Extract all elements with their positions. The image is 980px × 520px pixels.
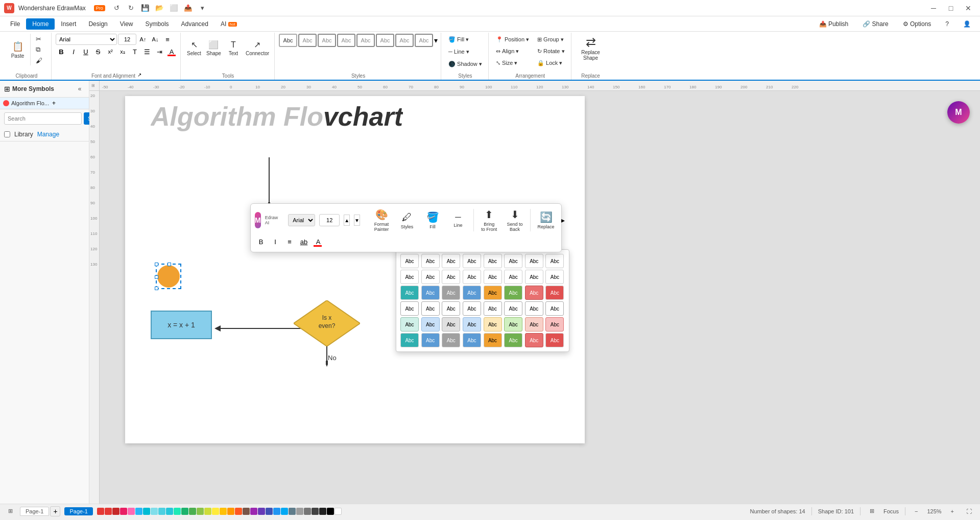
strikethrough-button[interactable]: S xyxy=(92,46,104,57)
font-size-input[interactable] xyxy=(118,34,136,45)
size-button[interactable]: ⤡ Size ▾ xyxy=(493,57,532,68)
color-pink[interactable] xyxy=(120,508,127,515)
color-nearblack[interactable] xyxy=(319,508,326,515)
color-teal[interactable] xyxy=(158,508,165,515)
color-skyblue[interactable] xyxy=(135,508,142,515)
text-align-button[interactable]: ≡ xyxy=(162,34,173,45)
menu-home[interactable]: Home xyxy=(26,18,55,30)
popup-italic-button[interactable]: I xyxy=(269,235,281,248)
active-page-tab[interactable]: Page-1 xyxy=(64,507,92,515)
handle-ml[interactable] xyxy=(155,275,158,279)
menu-ai[interactable]: AI hot xyxy=(214,18,243,30)
popup-font-size-input[interactable] xyxy=(319,214,340,226)
fit-to-screen-button[interactable]: ⊞ xyxy=(867,507,877,515)
text-style-button[interactable]: T xyxy=(129,46,140,57)
edrawai-badge[interactable]: M xyxy=(947,101,970,124)
more-button[interactable]: ▾ xyxy=(197,3,208,14)
color-deeppurple[interactable] xyxy=(258,508,265,515)
export-button[interactable]: 📤 xyxy=(183,3,194,14)
shape-button[interactable]: ⬜ Shape xyxy=(204,34,223,62)
account-button[interactable]: 👤 xyxy=(958,19,976,29)
swatch-r3c2[interactable]: Abc xyxy=(421,286,440,300)
popup-expand-button[interactable]: ▸ xyxy=(561,216,565,224)
font-family-select[interactable]: Arial xyxy=(56,34,117,45)
popup-size-up-button[interactable]: ▲ xyxy=(344,215,350,226)
popup-bring-front-button[interactable]: ⬆ Bringto Front xyxy=(478,208,500,232)
swatch-r1c2[interactable]: Abc xyxy=(421,254,440,268)
color-white[interactable] xyxy=(334,508,342,515)
menu-symbols[interactable]: Symbols xyxy=(139,18,175,30)
swatch-r5c7[interactable]: Abc xyxy=(525,317,543,332)
save-button[interactable]: 💾 xyxy=(140,3,151,14)
fill-button[interactable]: 🪣 Fill ▾ xyxy=(445,34,485,45)
text-tool-button[interactable]: T Text xyxy=(224,34,243,62)
template-button[interactable]: ⬜ xyxy=(169,3,180,14)
color-lightpink[interactable] xyxy=(128,508,135,515)
options-button[interactable]: ⚙ Options xyxy=(898,19,937,29)
underline-button[interactable]: U xyxy=(80,46,91,57)
style-swatch-2[interactable]: Abc xyxy=(298,34,317,47)
color-teal2[interactable] xyxy=(166,508,173,515)
menu-view[interactable]: View xyxy=(114,18,139,30)
help-button[interactable]: ? xyxy=(940,19,954,29)
swatch-r1c1[interactable]: Abc xyxy=(400,254,419,268)
superscript-button[interactable]: x² xyxy=(105,46,116,57)
swatch-r3c4[interactable]: Abc xyxy=(463,286,481,300)
swatch-r1c7[interactable]: Abc xyxy=(525,254,543,268)
swatch-r6c8[interactable]: Abc xyxy=(545,333,564,347)
style-swatch-5[interactable]: Abc xyxy=(356,34,375,47)
redo-button[interactable]: ↻ xyxy=(126,3,137,14)
menu-advanced[interactable]: Advanced xyxy=(175,18,214,30)
swatch-r1c8[interactable]: Abc xyxy=(545,254,564,268)
swatch-r3c6[interactable]: Abc xyxy=(504,286,522,300)
color-darkred[interactable] xyxy=(112,508,119,515)
color-amber[interactable] xyxy=(220,508,227,515)
swatch-r4c5[interactable]: Abc xyxy=(484,301,502,316)
color-black[interactable] xyxy=(327,508,334,515)
swatch-r3c1[interactable]: Abc xyxy=(400,286,419,300)
style-swatch-1[interactable]: Abc xyxy=(279,34,297,47)
popup-bold-button[interactable]: B xyxy=(255,235,267,248)
swatch-r5c1[interactable]: Abc xyxy=(400,317,419,332)
style-swatch-7[interactable]: Abc xyxy=(395,34,414,47)
color-brown[interactable] xyxy=(243,508,250,515)
lock-button[interactable]: 🔒 Lock ▾ xyxy=(534,57,567,68)
cut-button[interactable]: ✂ xyxy=(34,34,48,44)
page-grid-button[interactable]: ⊞ xyxy=(5,507,16,515)
handle-tl[interactable] xyxy=(155,263,158,266)
swatch-r1c5[interactable]: Abc xyxy=(484,254,502,268)
select-button[interactable]: ↖ Select xyxy=(185,34,203,62)
format-painter-button[interactable]: 🖌 xyxy=(34,55,48,65)
popup-format-painter-button[interactable]: 🎨 FormatPainter xyxy=(370,208,393,232)
canvas-content[interactable]: Algorithm Flovchart Yes x = x + 1 xyxy=(100,91,980,504)
swatch-r4c8[interactable]: Abc xyxy=(545,301,564,316)
paste-button[interactable]: 📋 Paste xyxy=(6,34,30,65)
indent-button[interactable]: ⇥ xyxy=(154,46,165,57)
library-label[interactable]: Library xyxy=(14,131,33,138)
color-bluegray[interactable] xyxy=(289,508,296,515)
swatch-r6c4[interactable]: Abc xyxy=(463,333,481,347)
subscript-button[interactable]: x₂ xyxy=(117,46,128,57)
replace-shape-button[interactable]: ⇄ ReplaceShape xyxy=(576,34,606,62)
color-blue[interactable] xyxy=(273,508,280,515)
color-indigo[interactable] xyxy=(266,508,273,515)
popup-replace-button[interactable]: 🔄 Replace xyxy=(535,208,557,232)
swatch-r1c6[interactable]: Abc xyxy=(504,254,522,268)
menu-insert[interactable]: Insert xyxy=(55,18,82,30)
color-cyan[interactable] xyxy=(143,508,150,515)
swatch-r5c3[interactable]: Abc xyxy=(442,317,460,332)
zoom-in-button[interactable]: + xyxy=(948,507,957,515)
color-orange[interactable] xyxy=(227,508,234,515)
font-size-decrease-button[interactable]: A↓ xyxy=(150,34,161,45)
flow-box-x[interactable]: x = x + 1 xyxy=(151,311,212,339)
color-lightcyan[interactable] xyxy=(151,508,158,515)
fullscreen-button[interactable]: ⛶ xyxy=(963,507,975,515)
swatch-r4c2[interactable]: Abc xyxy=(421,301,440,316)
library-checkbox[interactable] xyxy=(4,131,10,137)
search-input[interactable] xyxy=(4,112,82,125)
swatch-r5c6[interactable]: Abc xyxy=(504,317,522,332)
menu-file[interactable]: File xyxy=(4,18,26,30)
handle-tm[interactable] xyxy=(168,263,171,266)
maximize-button[interactable]: □ xyxy=(943,3,959,13)
color-lightblue[interactable] xyxy=(281,508,288,515)
